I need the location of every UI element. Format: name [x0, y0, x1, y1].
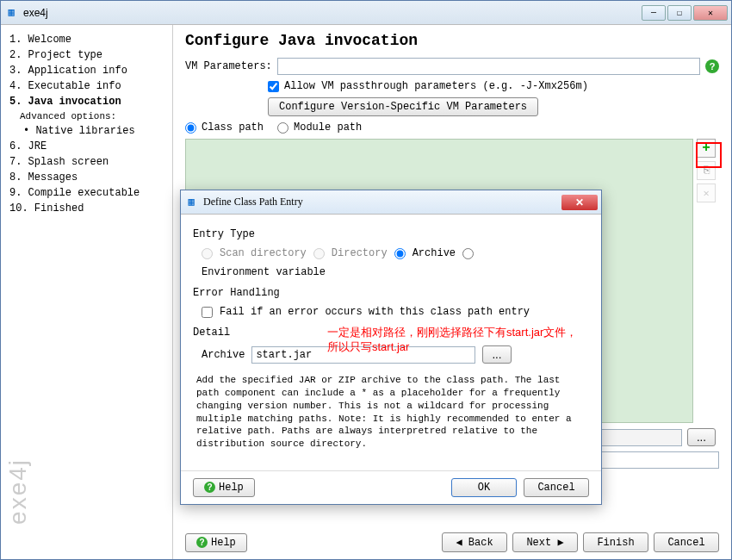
main-titlebar: ▦ exe4j — ☐ ✕: [1, 1, 731, 25]
classpath-label: Class path: [202, 121, 264, 134]
directory-label: Directory: [332, 247, 388, 259]
modulepath-label: Module path: [294, 121, 362, 134]
path-type-row: Class path Module path: [185, 121, 719, 134]
sidebar-item-executable-info[interactable]: 4. Executable info: [4, 78, 169, 94]
fail-label: Fail if an error occurs with this class …: [220, 306, 530, 318]
passthrough-checkbox[interactable]: [268, 81, 279, 92]
sidebar-item-jre[interactable]: 6. JRE: [4, 139, 169, 154]
sidebar-item-finished[interactable]: 10. Finished: [4, 201, 169, 216]
dialog-body: Entry Type Scan directory Directory Arch…: [181, 215, 601, 466]
sidebar-advanced-label: Advanced options:: [4, 109, 169, 123]
error-handling-row: Fail if an error occurs with this class …: [193, 302, 589, 321]
archive-browse-button[interactable]: ...: [482, 345, 511, 364]
brand-watermark: exe4j: [4, 458, 32, 525]
entry-type-label: Entry Type: [193, 228, 589, 240]
vm-params-row: VM Parameters: ?: [185, 58, 719, 75]
delete-entry-button: ✕: [697, 184, 716, 202]
finish-button[interactable]: Finish: [583, 532, 648, 552]
app-icon: ▦: [184, 196, 198, 209]
help-icon: ?: [204, 482, 215, 493]
sidebar-item-project-type[interactable]: 2. Project type: [4, 47, 169, 63]
help-icon: ?: [196, 537, 208, 548]
archive-radio[interactable]: [394, 248, 406, 259]
triangle-right-icon: ▶: [557, 537, 563, 549]
archive-input-row: Archive ...: [193, 342, 589, 367]
minimize-button[interactable]: —: [642, 5, 666, 21]
main-title: exe4j: [23, 7, 642, 19]
config-version-button[interactable]: Configure Version-Specific VM Parameters: [268, 97, 538, 116]
maximize-button[interactable]: ☐: [667, 5, 692, 21]
help-button[interactable]: ?Help: [185, 533, 247, 552]
vm-params-input[interactable]: [277, 58, 700, 75]
archive-input-label: Archive: [202, 349, 245, 361]
archive-radio-label: Archive: [413, 247, 456, 259]
sidebar-item-messages[interactable]: 8. Messages: [4, 170, 169, 185]
nav-buttons: ◀ Back Next ▶ Finish Cancel: [442, 532, 719, 552]
sidebar-item-compile-executable[interactable]: 9. Compile executable: [4, 185, 169, 201]
cancel-button[interactable]: Cancel: [654, 532, 719, 552]
wizard-sidebar: 1. Welcome 2. Project type 3. Applicatio…: [1, 25, 173, 559]
scan-directory-label: Scan directory: [220, 247, 307, 259]
entry-type-row: Scan directory Directory Archive Environ…: [193, 244, 589, 282]
fail-checkbox[interactable]: [202, 307, 213, 318]
dialog-cancel-button[interactable]: Cancel: [524, 478, 589, 497]
mainclass-browse-button[interactable]: ...: [687, 428, 716, 446]
dialog-title: Define Class Path Entry: [203, 196, 561, 208]
ok-button[interactable]: OK: [451, 478, 517, 497]
directory-radio: [313, 248, 325, 259]
bottom-bar: ?Help ◀ Back Next ▶ Finish Cancel: [185, 532, 719, 552]
modulepath-radio[interactable]: [277, 122, 288, 134]
add-entry-button[interactable]: +: [697, 139, 716, 158]
sidebar-item-splash-screen[interactable]: 7. Splash screen: [4, 154, 169, 170]
sidebar-item-welcome[interactable]: 1. Welcome: [4, 32, 169, 47]
classpath-dialog: ▦ Define Class Path Entry ✕ Entry Type S…: [180, 190, 602, 505]
next-button[interactable]: Next ▶: [512, 532, 578, 552]
config-version-row: Configure Version-Specific VM Parameters: [185, 97, 719, 116]
vm-params-label: VM Parameters:: [185, 60, 272, 72]
env-var-radio[interactable]: [462, 248, 474, 259]
archive-input[interactable]: [251, 346, 475, 364]
window-controls: — ☐ ✕: [642, 5, 728, 21]
error-handling-label: Error Handling: [193, 287, 589, 299]
dialog-titlebar: ▦ Define Class Path Entry ✕: [181, 190, 601, 215]
page-title: Configure Java invocation: [185, 32, 719, 49]
scan-directory-radio: [202, 248, 213, 259]
passthrough-label: Allow VM passthrough parameters (e.g. -J…: [284, 80, 588, 92]
dialog-close-button[interactable]: ✕: [561, 195, 598, 210]
env-var-label: Environment variable: [202, 266, 326, 278]
triangle-left-icon: ◀: [456, 537, 462, 549]
sidebar-item-native-libraries[interactable]: • Native libraries: [4, 123, 169, 139]
help-icon[interactable]: ?: [705, 59, 719, 73]
classpath-radio[interactable]: [185, 122, 196, 134]
description-text: Add the specified JAR or ZIP archive to …: [196, 374, 586, 451]
passthrough-row: Allow VM passthrough parameters (e.g. -J…: [185, 80, 719, 92]
close-button[interactable]: ✕: [693, 5, 728, 21]
dialog-help-button[interactable]: ?Help: [193, 478, 255, 497]
copy-entry-button: ⎘: [697, 161, 716, 180]
back-button[interactable]: ◀ Back: [442, 532, 507, 552]
sidebar-item-application-info[interactable]: 3. Application info: [4, 63, 169, 78]
dialog-footer: ?Help OK Cancel: [181, 470, 601, 504]
app-icon: ▦: [4, 6, 18, 20]
sidebar-item-java-invocation[interactable]: 5. Java invocation: [4, 94, 169, 109]
classpath-toolbar: + ⎘ ✕: [697, 139, 717, 202]
detail-label: Detail: [193, 327, 589, 339]
